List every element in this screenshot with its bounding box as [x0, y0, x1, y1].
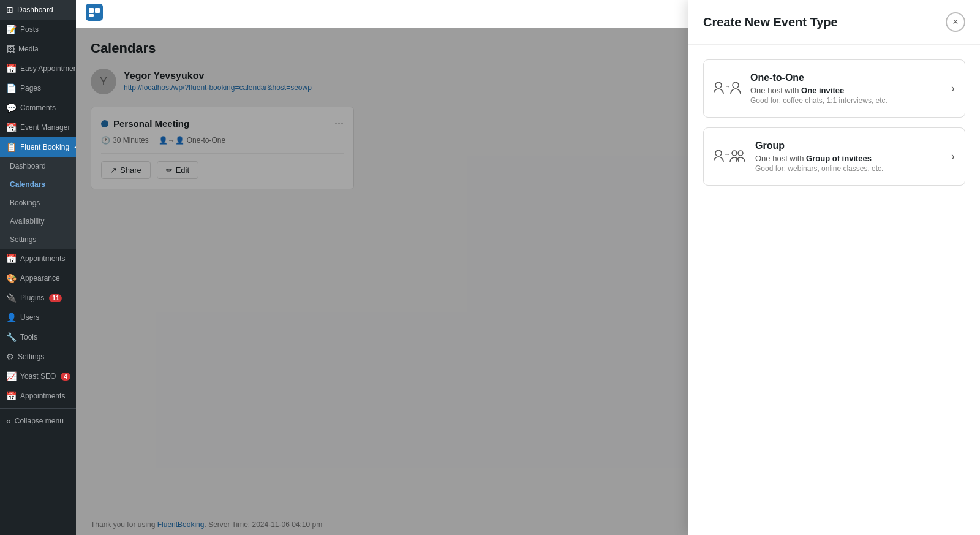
- easy-appointments-icon: 📅: [6, 64, 17, 74]
- sidebar-item-sub-availability[interactable]: Availability: [0, 212, 76, 230]
- sidebar-item-label: Comments: [20, 104, 56, 112]
- sidebar-item-plugins[interactable]: 🔌 Plugins 11: [0, 288, 76, 308]
- sidebar-item-media[interactable]: 🖼 Media: [0, 39, 76, 59]
- fluent-booking-submenu: Dashboard Calendars Bookings Availabilit…: [0, 157, 76, 249]
- posts-icon: 📝: [6, 25, 17, 34]
- sub-dashboard-label: Dashboard: [10, 162, 46, 170]
- sidebar-item-pages[interactable]: 📄 Pages: [0, 78, 76, 98]
- sidebar: ⊞ Dashboard 📝 Posts 🖼 Media 📅 Easy Appoi…: [0, 0, 76, 535]
- sidebar-item-label: Appearance: [20, 274, 60, 283]
- sidebar-item-label: Plugins: [20, 294, 44, 302]
- sidebar-item-posts[interactable]: 📝 Posts: [0, 20, 76, 39]
- modal-header: Create New Event Type ×: [688, 0, 980, 45]
- event-type-desc-group: One host with Group of invitees: [755, 154, 941, 163]
- group-icon: →: [714, 148, 745, 165]
- svg-rect-1: [89, 8, 94, 13]
- sidebar-item-appearance[interactable]: 🎨 Appearance: [0, 268, 76, 288]
- svg-point-7: [715, 150, 722, 156]
- sidebar-item-event-manager[interactable]: 📆 Event Manager: [0, 118, 76, 137]
- fluent-booking-icon: 📋: [6, 142, 17, 152]
- top-bar-left: [86, 4, 103, 24]
- event-type-info-group: Group One host with Group of invitees Go…: [755, 140, 941, 173]
- modal-panel: Create New Event Type × → One-to-One One…: [688, 0, 980, 535]
- sidebar-item-label: Fluent Booking: [20, 143, 69, 151]
- dashboard-icon: ⊞: [6, 5, 13, 15]
- tools-icon: 🔧: [6, 332, 17, 342]
- sidebar-item-label: Users: [20, 313, 39, 322]
- sidebar-item-dashboard[interactable]: ⊞ Dashboard: [0, 0, 76, 20]
- event-type-info-one-to-one: One-to-One One host with One invitee Goo…: [750, 72, 941, 105]
- sidebar-item-label: Posts: [20, 25, 39, 34]
- svg-point-10: [738, 151, 743, 156]
- sidebar-item-label: Dashboard: [17, 6, 53, 14]
- sidebar-item-label: Settings: [18, 352, 44, 361]
- svg-point-6: [733, 82, 739, 88]
- users-icon: 👤: [6, 313, 17, 322]
- sub-bookings-label: Bookings: [10, 199, 40, 207]
- one-to-one-icon: →: [714, 80, 741, 97]
- event-type-desc-bold-one-to-one: One invitee: [801, 86, 844, 95]
- comments-icon: 💬: [6, 103, 17, 113]
- plugins-badge: 11: [49, 294, 62, 302]
- sidebar-item-settings[interactable]: ⚙ Settings: [0, 347, 76, 366]
- sub-settings-label: Settings: [10, 235, 36, 244]
- media-icon: 🖼: [6, 44, 15, 54]
- app-logo: [86, 4, 103, 24]
- modal-title: Create New Event Type: [703, 15, 838, 29]
- event-type-desc-one-to-one: One host with One invitee: [750, 86, 941, 95]
- sub-availability-label: Availability: [10, 217, 44, 226]
- appearance-icon: 🎨: [6, 273, 17, 283]
- sidebar-item-label: Yoast SEO: [20, 372, 56, 381]
- settings-icon: ⚙: [6, 352, 14, 362]
- sidebar-item-label: Event Manager: [20, 123, 70, 132]
- svg-text:→: →: [724, 151, 730, 157]
- sidebar-item-sub-settings[interactable]: Settings: [0, 230, 76, 249]
- sidebar-item-easy-appointments[interactable]: 📅 Easy Appointments: [0, 59, 76, 78]
- sidebar-item-appointments[interactable]: 📅 Appointments: [0, 249, 76, 268]
- svg-rect-3: [89, 14, 94, 17]
- modal-close-button[interactable]: ×: [946, 12, 965, 32]
- event-type-card-group[interactable]: → Group One host with Group of invitees …: [703, 127, 965, 186]
- event-type-note-one-to-one: Good for: coffee chats, 1:1 interviews, …: [750, 96, 941, 105]
- appointments-icon: 📅: [6, 254, 17, 264]
- yoast-icon: 📈: [6, 371, 17, 381]
- sidebar-item-sub-calendars[interactable]: Calendars: [0, 175, 76, 194]
- sidebar-item-label: Tools: [20, 333, 37, 341]
- sidebar-item-label: Pages: [20, 84, 41, 93]
- sidebar-item-users[interactable]: 👤 Users: [0, 308, 76, 327]
- pages-icon: 📄: [6, 83, 17, 93]
- group-arrow-icon: ›: [951, 150, 955, 163]
- svg-rect-2: [95, 8, 100, 13]
- sidebar-item-appointments2[interactable]: 📅 Appointments: [0, 386, 76, 406]
- svg-text:→: →: [725, 83, 731, 89]
- svg-point-9: [732, 151, 737, 156]
- yoast-badge: 4: [61, 373, 70, 381]
- sidebar-item-yoast-seo[interactable]: 📈 Yoast SEO 4: [0, 366, 76, 386]
- collapse-icon: «: [6, 416, 11, 426]
- sidebar-item-label: Easy Appointments: [20, 64, 76, 73]
- event-type-desc-bold-group: Group of invitees: [806, 154, 872, 163]
- appointments2-icon: 📅: [6, 391, 17, 401]
- sidebar-item-sub-dashboard[interactable]: Dashboard: [0, 157, 76, 175]
- sidebar-item-label: Appointments: [20, 392, 65, 400]
- event-type-title-group: Group: [755, 140, 941, 151]
- plugins-icon: 🔌: [6, 293, 17, 303]
- svg-rect-0: [86, 4, 103, 21]
- sidebar-item-label: Media: [18, 45, 39, 53]
- sidebar-item-tools[interactable]: 🔧 Tools: [0, 327, 76, 347]
- svg-point-4: [715, 82, 722, 88]
- event-type-card-one-to-one[interactable]: → One-to-One One host with One invitee G…: [703, 59, 965, 118]
- event-type-note-group: Good for: webinars, online classes, etc.: [755, 164, 941, 173]
- event-manager-icon: 📆: [6, 123, 17, 132]
- sidebar-item-label: Appointments: [20, 254, 65, 263]
- sidebar-item-label: Collapse menu: [15, 417, 64, 425]
- close-icon: ×: [952, 17, 958, 28]
- event-type-title-one-to-one: One-to-One: [750, 72, 941, 83]
- sidebar-item-comments[interactable]: 💬 Comments: [0, 98, 76, 118]
- modal-body: → One-to-One One host with One invitee G…: [688, 45, 980, 200]
- sidebar-item-fluent-booking[interactable]: 📋 Fluent Booking ◄: [0, 137, 76, 157]
- sidebar-item-collapse-menu[interactable]: « Collapse menu: [0, 411, 76, 431]
- sub-calendars-label: Calendars: [10, 180, 45, 189]
- one-to-one-arrow-icon: ›: [951, 82, 955, 95]
- sidebar-item-sub-bookings[interactable]: Bookings: [0, 194, 76, 212]
